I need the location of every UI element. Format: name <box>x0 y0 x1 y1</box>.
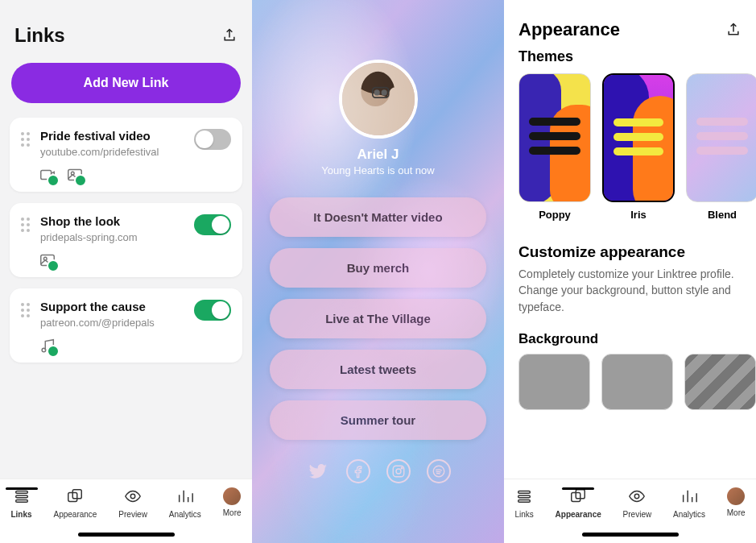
drag-handle-icon[interactable] <box>21 303 32 317</box>
link-card[interactable]: Pride festival videoyoutube.com/pridefes… <box>10 118 242 192</box>
svg-rect-1 <box>68 170 82 180</box>
theme-label: Iris <box>630 209 647 221</box>
link-title: Shop the look <box>40 214 194 228</box>
page-title: Appearance <box>518 19 620 40</box>
svg-rect-7 <box>15 491 27 494</box>
appearance-header: Appearance <box>504 0 756 42</box>
profile-link-button[interactable]: Summer tour <box>270 400 486 440</box>
avatar-icon <box>727 487 745 505</box>
tab-preview[interactable]: Preview <box>118 487 147 519</box>
svg-point-12 <box>130 494 135 499</box>
music-attachment-icon[interactable] <box>39 337 56 354</box>
analytics-icon <box>680 487 698 507</box>
svg-rect-24 <box>518 500 531 503</box>
svg-point-20 <box>401 467 403 469</box>
preview-icon <box>124 487 142 507</box>
link-title: Support the cause <box>40 300 194 313</box>
add-new-link-button[interactable]: Add New Link <box>11 63 241 103</box>
tab-label: Analytics <box>169 510 201 519</box>
share-icon[interactable] <box>725 22 742 38</box>
profile-link-button[interactable]: Live at The Village <box>270 299 486 338</box>
tab-label: Appearance <box>53 510 97 519</box>
enable-toggle[interactable] <box>194 300 231 321</box>
svg-point-16 <box>374 89 379 95</box>
profile-tagline: Young Hearts is out now <box>321 164 434 176</box>
tab-label: Preview <box>118 510 147 519</box>
image-attachment-icon[interactable] <box>66 166 84 184</box>
links-icon <box>13 487 31 507</box>
share-icon[interactable] <box>221 27 238 44</box>
background-option-pattern[interactable] <box>684 354 756 410</box>
preview-icon <box>628 487 646 507</box>
preview-screen: Ariel J Young Hearts is out now It Doesn… <box>252 0 504 543</box>
tab-more[interactable]: More <box>727 487 746 517</box>
tab-label: More <box>223 508 242 517</box>
theme-blend[interactable]: Blend <box>686 73 756 221</box>
tab-appearance[interactable]: Appearance <box>556 487 601 519</box>
tab-label: More <box>727 508 746 517</box>
svg-rect-0 <box>41 171 52 180</box>
tab-appearance[interactable]: Appearance <box>53 487 97 519</box>
link-card[interactable]: Support the causepatreon.com/@pridepals <box>10 288 242 363</box>
theme-preview <box>602 73 675 202</box>
analytics-icon <box>176 487 194 507</box>
drag-handle-icon[interactable] <box>21 218 32 232</box>
twitter-icon[interactable] <box>306 459 330 483</box>
appearance-screen: Appearance Themes PoppyIrisBlend Customi… <box>504 0 756 543</box>
background-option-flat[interactable] <box>518 354 590 410</box>
svg-point-17 <box>381 89 386 95</box>
svg-point-6 <box>50 346 54 350</box>
page-title: Links <box>14 24 65 47</box>
tab-label: Preview <box>623 510 652 519</box>
svg-rect-3 <box>41 255 55 266</box>
enable-toggle[interactable] <box>194 129 231 150</box>
instagram-icon[interactable] <box>386 459 411 483</box>
drag-handle-icon[interactable] <box>21 132 32 147</box>
svg-rect-9 <box>15 500 27 503</box>
link-card[interactable]: Shop the lookpridepals-spring.com <box>10 203 242 277</box>
customize-heading: Customize appearance <box>504 221 756 266</box>
video-attachment-icon[interactable] <box>39 166 56 184</box>
spotify-icon[interactable] <box>427 459 451 483</box>
tab-analytics[interactable]: Analytics <box>169 487 201 519</box>
svg-point-19 <box>396 469 401 474</box>
background-options <box>504 354 756 410</box>
svg-point-27 <box>635 494 640 499</box>
home-indicator <box>78 533 175 537</box>
background-heading: Background <box>504 315 756 354</box>
facebook-icon[interactable] <box>346 459 370 483</box>
links-screen: Links Add New Link Pride festival videoy… <box>0 0 252 543</box>
appearance-icon <box>569 487 587 507</box>
tab-label: Analytics <box>673 510 705 519</box>
theme-preview <box>686 73 756 202</box>
avatar-icon <box>223 487 241 505</box>
background-option-solid[interactable] <box>601 354 673 410</box>
theme-poppy[interactable]: Poppy <box>518 73 591 221</box>
theme-label: Blend <box>708 209 737 221</box>
theme-label: Poppy <box>539 209 571 221</box>
link-url: youtube.com/pridefestival <box>40 146 194 158</box>
tab-label: Appearance <box>556 510 601 519</box>
appearance-icon <box>66 487 84 507</box>
tab-preview[interactable]: Preview <box>623 487 652 519</box>
tab-links[interactable]: Links <box>514 487 533 519</box>
profile-avatar <box>339 60 418 139</box>
enable-toggle[interactable] <box>194 214 231 235</box>
svg-rect-22 <box>518 491 531 494</box>
image-attachment-icon[interactable] <box>39 251 56 269</box>
links-icon <box>515 487 533 507</box>
theme-preview <box>518 73 591 202</box>
tab-analytics[interactable]: Analytics <box>673 487 705 519</box>
svg-rect-8 <box>15 495 27 498</box>
theme-iris[interactable]: Iris <box>602 73 675 221</box>
profile-link-button[interactable]: Latest tweets <box>270 350 486 389</box>
tab-label: Links <box>10 510 31 519</box>
profile-link-button[interactable]: Buy merch <box>270 248 486 288</box>
svg-point-5 <box>42 348 46 352</box>
tab-more[interactable]: More <box>223 487 242 517</box>
profile-name: Ariel J <box>357 147 399 163</box>
profile-link-button[interactable]: It Doesn't Matter video <box>270 197 486 237</box>
link-title: Pride festival video <box>40 129 194 143</box>
link-url: pridepals-spring.com <box>40 231 194 243</box>
tab-links[interactable]: Links <box>10 487 31 519</box>
